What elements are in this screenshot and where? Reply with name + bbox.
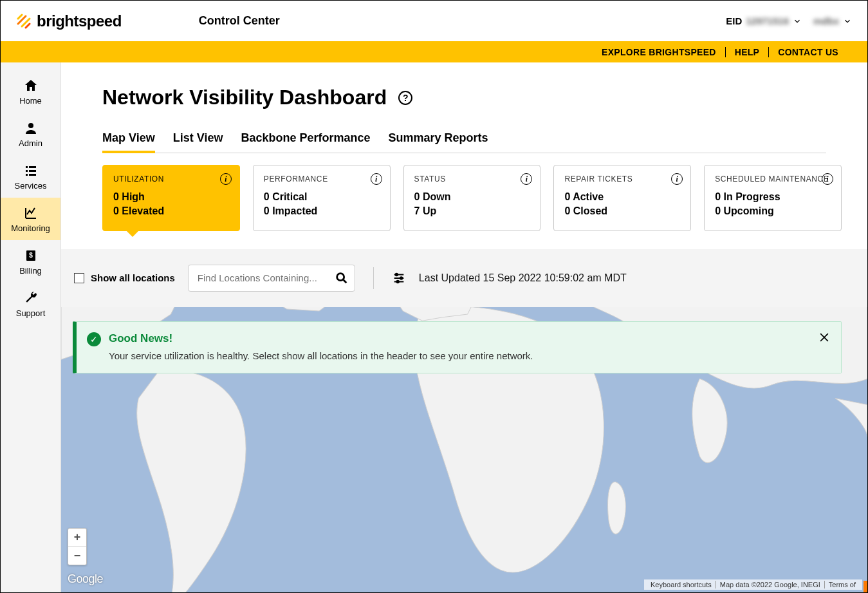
wrench-icon xyxy=(23,290,39,306)
sidebar-item-label: Admin xyxy=(19,138,42,148)
tab-summary-reports[interactable]: Summary Reports xyxy=(388,131,488,153)
filter-icon[interactable] xyxy=(392,271,406,285)
tab-list-view[interactable]: List View xyxy=(173,131,223,153)
eid-label: EID xyxy=(726,15,742,26)
card-title: SCHEDULED MAINTENANCE xyxy=(715,174,831,184)
sidebar-item-admin[interactable]: Admin xyxy=(1,113,60,155)
app-name: Control Center xyxy=(199,14,280,28)
user-icon xyxy=(23,120,39,136)
divider xyxy=(725,47,726,57)
svg-point-12 xyxy=(396,280,399,283)
sidebar-item-services[interactable]: Services xyxy=(1,155,60,198)
help-icon[interactable]: ? xyxy=(398,91,412,105)
map[interactable]: ✓ Good News! Your service utilization is… xyxy=(61,307,867,592)
svg-rect-6 xyxy=(29,174,36,176)
zoom-out-button[interactable]: − xyxy=(68,547,86,565)
zoom-control: + − xyxy=(68,528,87,565)
main: Network Visibility Dashboard ? Map View … xyxy=(61,62,867,592)
card-title: REPAIR TICKETS xyxy=(564,174,680,184)
summary-cards: UTILIZATION i 0 High 0 Elevated PERFORMA… xyxy=(102,165,867,231)
card-line: 0 Elevated xyxy=(113,204,229,218)
user-value: mdbx xyxy=(813,15,839,26)
scrollbar[interactable] xyxy=(858,124,867,592)
sidebar-item-label: Support xyxy=(16,308,46,318)
search-icon[interactable] xyxy=(335,271,349,285)
brand: brightspeed xyxy=(16,12,122,30)
zoom-in-button[interactable]: + xyxy=(68,529,86,547)
svg-rect-3 xyxy=(26,170,28,172)
card-line: 0 Down xyxy=(414,190,530,204)
map-data: Map data ©2022 Google, INEGI xyxy=(716,581,825,588)
card-line: 0 Active xyxy=(564,190,680,204)
map-shortcuts[interactable]: Keyboard shortcuts xyxy=(647,581,716,588)
svg-text:$: $ xyxy=(29,252,33,259)
card-line: 0 High xyxy=(113,190,229,204)
google-logo: Google xyxy=(68,572,103,586)
info-icon[interactable]: i xyxy=(521,173,532,185)
sidebar-item-monitoring[interactable]: Monitoring xyxy=(1,198,60,240)
show-all-label: Show all locations xyxy=(91,272,175,283)
svg-point-0 xyxy=(28,123,33,128)
divider xyxy=(768,47,769,57)
brand-text: brightspeed xyxy=(37,12,122,30)
sidebar: Home Admin Services Monitoring $ Billing… xyxy=(1,62,61,592)
card-line: 0 Critical xyxy=(264,190,380,204)
card-title: PERFORMANCE xyxy=(264,174,380,184)
svg-rect-1 xyxy=(26,166,28,168)
brand-icon xyxy=(16,14,32,29)
svg-point-9 xyxy=(337,273,344,280)
card-performance[interactable]: PERFORMANCE i 0 Critical 0 Impacted xyxy=(253,165,391,231)
sidebar-item-label: Monitoring xyxy=(11,223,50,233)
svg-rect-5 xyxy=(26,174,28,176)
notification-title: Good News! xyxy=(109,332,809,345)
sidebar-item-label: Home xyxy=(19,96,42,106)
close-icon[interactable] xyxy=(818,331,831,344)
card-utilization[interactable]: UTILIZATION i 0 High 0 Elevated xyxy=(102,165,240,231)
info-icon[interactable]: i xyxy=(371,173,382,185)
sidebar-item-support[interactable]: Support xyxy=(1,283,60,325)
card-line: 0 In Progress xyxy=(715,190,831,204)
card-line: 0 Closed xyxy=(564,204,680,218)
eid-value: 12971516 xyxy=(746,15,789,26)
card-status[interactable]: STATUS i 0 Down 7 Up xyxy=(403,165,541,231)
sidebar-item-home[interactable]: Home xyxy=(1,70,60,113)
svg-rect-2 xyxy=(29,166,36,168)
card-repair-tickets[interactable]: REPAIR TICKETS i 0 Active 0 Closed xyxy=(553,165,691,231)
location-search-input[interactable] xyxy=(188,265,355,292)
info-icon[interactable]: i xyxy=(671,173,683,185)
chart-icon xyxy=(23,205,39,221)
svg-point-10 xyxy=(395,273,398,276)
notification-banner: ✓ Good News! Your service utilization is… xyxy=(73,321,842,373)
card-line: 0 Upcoming xyxy=(715,204,831,218)
check-circle-icon: ✓ xyxy=(87,332,101,346)
eid-dropdown[interactable]: EID 12971516 xyxy=(726,15,802,26)
chevron-down-icon xyxy=(843,17,852,26)
sidebar-item-label: Services xyxy=(15,181,47,191)
show-all-checkbox[interactable] xyxy=(74,273,84,283)
utility-bar: EXPLORE BRIGHTSPEED HELP CONTACT US xyxy=(1,41,867,62)
card-scheduled-maintenance[interactable]: SCHEDULED MAINTENANCE i 0 In Progress 0 … xyxy=(704,165,842,231)
map-toolbar: Show all locations Last Updated 15 Sep 2… xyxy=(61,249,867,307)
page-title-row: Network Visibility Dashboard ? xyxy=(102,86,867,109)
last-updated: Last Updated 15 Sep 2022 10:59:02 am MDT xyxy=(419,272,627,284)
map-footer: Keyboard shortcuts Map data ©2022 Google… xyxy=(644,579,862,590)
card-line: 7 Up xyxy=(414,204,530,218)
link-explore[interactable]: EXPLORE BRIGHTSPEED xyxy=(602,47,716,57)
notification-body: Your service utilization is healthy. Sel… xyxy=(109,350,809,361)
link-help[interactable]: HELP xyxy=(735,47,760,57)
tab-map-view[interactable]: Map View xyxy=(102,131,155,153)
map-terms[interactable]: Terms of xyxy=(825,581,860,588)
card-line: 0 Impacted xyxy=(264,204,380,218)
sidebar-item-billing[interactable]: $ Billing xyxy=(1,240,60,283)
svg-point-11 xyxy=(400,277,403,279)
billing-icon: $ xyxy=(23,248,39,263)
card-title: STATUS xyxy=(414,174,530,184)
svg-rect-4 xyxy=(29,170,36,172)
tab-backbone-performance[interactable]: Backbone Performance xyxy=(241,131,370,153)
info-icon[interactable]: i xyxy=(822,173,833,185)
link-contact[interactable]: CONTACT US xyxy=(778,47,838,57)
header: brightspeed Control Center EID 12971516 … xyxy=(1,1,867,41)
info-icon[interactable]: i xyxy=(220,173,232,185)
user-dropdown[interactable]: mdbx xyxy=(813,15,852,26)
list-icon xyxy=(23,163,39,178)
